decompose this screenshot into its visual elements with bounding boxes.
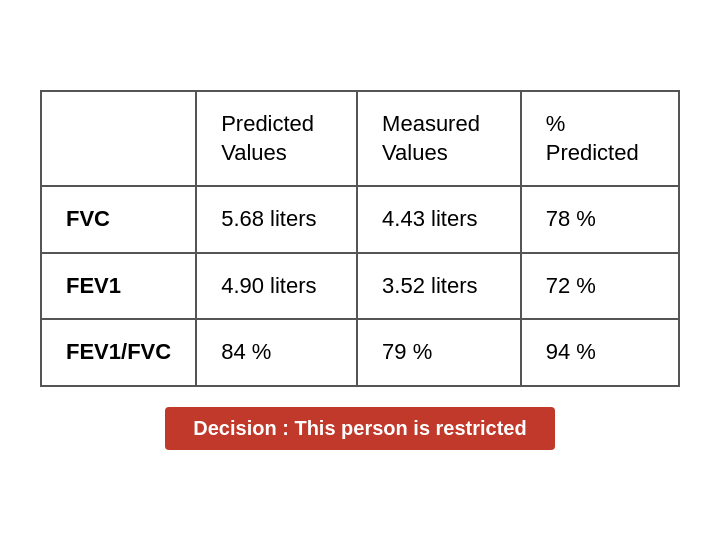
header-measured-values: Measured Values <box>357 91 521 186</box>
fvc-measured: 4.43 liters <box>357 186 521 253</box>
header-percent-predicted: % Predicted <box>521 91 679 186</box>
table-row: FEV1 4.90 liters 3.52 liters 72 % <box>41 253 679 320</box>
decision-badge: Decision : This person is restricted <box>165 407 554 450</box>
fev1-measured: 3.52 liters <box>357 253 521 320</box>
fvc-predicted: 5.68 liters <box>196 186 357 253</box>
row-label-fev1: FEV1 <box>41 253 196 320</box>
fvc-percent: 78 % <box>521 186 679 253</box>
fev1-predicted: 4.90 liters <box>196 253 357 320</box>
fev1fvc-measured: 79 % <box>357 319 521 386</box>
header-empty <box>41 91 196 186</box>
header-predicted-values: Predicted Values <box>196 91 357 186</box>
fev1fvc-percent: 94 % <box>521 319 679 386</box>
fev1fvc-predicted: 84 % <box>196 319 357 386</box>
main-container: Predicted Values Measured Values % Predi… <box>40 90 680 450</box>
row-label-fvc: FVC <box>41 186 196 253</box>
fev1-percent: 72 % <box>521 253 679 320</box>
table-header-row: Predicted Values Measured Values % Predi… <box>41 91 679 186</box>
data-table: Predicted Values Measured Values % Predi… <box>40 90 680 387</box>
table-row: FVC 5.68 liters 4.43 liters 78 % <box>41 186 679 253</box>
table-row: FEV1/FVC 84 % 79 % 94 % <box>41 319 679 386</box>
row-label-fev1fvc: FEV1/FVC <box>41 319 196 386</box>
